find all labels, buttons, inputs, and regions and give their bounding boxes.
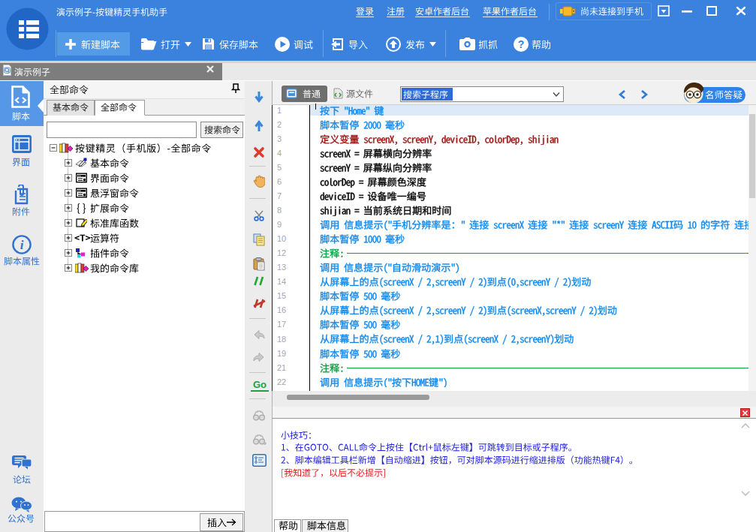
svg-text:?: ? bbox=[518, 38, 525, 50]
svg-text:i: i bbox=[20, 238, 24, 252]
